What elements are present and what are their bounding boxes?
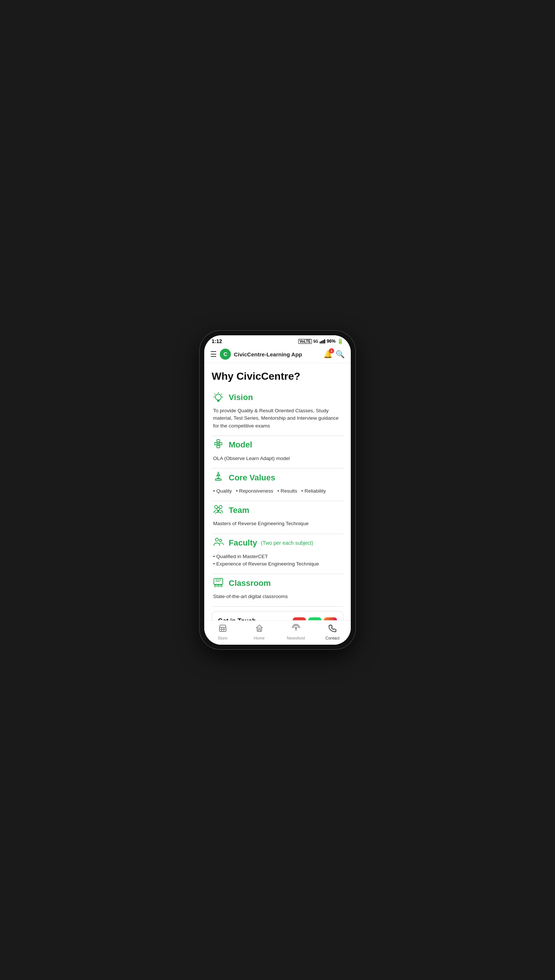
svg-point-25 xyxy=(218,510,219,512)
section-corevalues-header: Core Values xyxy=(212,470,343,485)
team-title: Team xyxy=(229,505,249,515)
notification-badge: 1 xyxy=(329,348,334,353)
classroom-icon xyxy=(212,576,225,591)
svg-line-3 xyxy=(221,394,222,395)
section-vision: Vision To provide Quality & Result Orien… xyxy=(212,390,343,436)
vision-body: To provide Quality & Result Oriented Cla… xyxy=(212,407,343,430)
signal-bars xyxy=(320,339,325,343)
bottom-nav-home[interactable]: Home xyxy=(241,624,278,640)
team-icon xyxy=(212,503,225,518)
svg-point-27 xyxy=(220,539,221,541)
status-time: 1:12 xyxy=(212,338,222,344)
svg-point-31 xyxy=(215,585,217,587)
corevalues-body: • Quality • Reponsiveness • Results • Re… xyxy=(212,488,343,495)
whatsapp-link[interactable] xyxy=(308,617,322,620)
bottom-nav-contact[interactable]: Contact xyxy=(314,624,351,640)
page-title: Why CivicCentre? xyxy=(212,371,343,382)
svg-rect-20 xyxy=(215,479,221,480)
contact-icon xyxy=(328,624,337,635)
section-faculty-header: Faculty (Two per each subject) xyxy=(212,536,343,551)
status-bar: 1:12 VoLTE 5G 96% 🔋 xyxy=(204,335,351,346)
corevalues-title: Core Values xyxy=(229,473,275,483)
bottom-nav: Store Home xyxy=(204,620,351,645)
newsfeed-label: Newsfeed xyxy=(287,636,305,640)
classroom-body: State-of-the-art digital classrooms xyxy=(212,593,343,600)
app-logo: C xyxy=(220,349,231,360)
battery-percent: 96% xyxy=(327,338,335,344)
lte-indicator: VoLTE xyxy=(298,339,311,344)
newsfeed-icon xyxy=(292,624,300,635)
bottom-nav-newsfeed[interactable]: Newsfeed xyxy=(278,624,314,640)
svg-point-32 xyxy=(218,585,220,587)
faculty-icon xyxy=(212,536,225,551)
faculty-suffix: (Two per each subject) xyxy=(261,540,313,546)
store-label: Store xyxy=(218,636,227,640)
svg-line-2 xyxy=(215,394,215,395)
section-corevalues: Core Values • Quality • Reponsiveness • … xyxy=(212,470,343,501)
top-nav: ☰ C CivicCentre-Learning App 🔔 1 🔍 xyxy=(204,346,351,363)
model-icon xyxy=(212,438,225,452)
faculty-title: Faculty xyxy=(229,538,257,548)
status-icons: VoLTE 5G 96% 🔋 xyxy=(298,338,343,344)
svg-rect-45 xyxy=(258,630,260,631)
contact-info: Get in Touch ✉ civiccentre.in@gmail.com … xyxy=(218,617,279,620)
svg-point-46 xyxy=(295,627,297,629)
instagram-link[interactable] xyxy=(324,617,337,620)
model-body: OLA (Observe Learn Adapt) model xyxy=(212,455,343,462)
home-icon xyxy=(255,624,264,635)
store-icon xyxy=(218,624,227,635)
section-classroom-header: Classroom xyxy=(212,576,343,591)
contact-card: Get in Touch ✉ civiccentre.in@gmail.com … xyxy=(212,611,343,620)
home-label: Home xyxy=(254,636,265,640)
vision-icon xyxy=(212,390,225,405)
section-faculty: Faculty (Two per each subject) Qualified… xyxy=(212,536,343,574)
search-icon[interactable]: 🔍 xyxy=(335,350,345,359)
notification-bell[interactable]: 🔔 1 xyxy=(323,350,333,359)
battery-icon: 🔋 xyxy=(337,338,343,344)
contact-title: Get in Touch xyxy=(218,617,279,620)
svg-point-0 xyxy=(215,394,221,400)
section-team-header: Team xyxy=(212,503,343,518)
section-model-header: Model xyxy=(212,438,343,452)
team-body: Masters of Reverse Engineering Technique xyxy=(212,520,343,528)
hamburger-menu[interactable]: ☰ xyxy=(210,350,217,359)
section-model: Model OLA (Observe Learn Adapt) model xyxy=(212,438,343,468)
main-content: Why CivicCentre? xyxy=(204,363,351,620)
svg-point-26 xyxy=(215,538,218,541)
classroom-title: Classroom xyxy=(229,579,271,588)
section-vision-header: Vision xyxy=(212,390,343,405)
svg-rect-11 xyxy=(217,439,220,442)
corevalues-icon xyxy=(212,470,225,485)
model-title: Model xyxy=(229,440,252,450)
contact-label: Contact xyxy=(326,636,340,640)
social-links xyxy=(293,617,337,620)
vision-title: Vision xyxy=(229,393,253,402)
svg-point-33 xyxy=(221,585,222,587)
svg-rect-12 xyxy=(217,446,220,448)
signal-5g: 5G xyxy=(313,339,318,343)
youtube-link[interactable] xyxy=(293,617,306,620)
faculty-body: Qualified in MasterCET Experience of Rev… xyxy=(212,553,343,568)
bottom-nav-store[interactable]: Store xyxy=(204,624,241,640)
section-classroom: Classroom State-of-the-art digital class… xyxy=(212,576,343,606)
app-title: CivicCentre-Learning App xyxy=(234,351,321,358)
phone-frame: 1:12 VoLTE 5G 96% 🔋 ☰ C CivicCentre-Lear… xyxy=(200,331,355,649)
section-team: Team Masters of Reverse Engineering Tech… xyxy=(212,503,343,534)
phone-screen: 1:12 VoLTE 5G 96% 🔋 ☰ C CivicCentre-Lear… xyxy=(204,335,351,645)
